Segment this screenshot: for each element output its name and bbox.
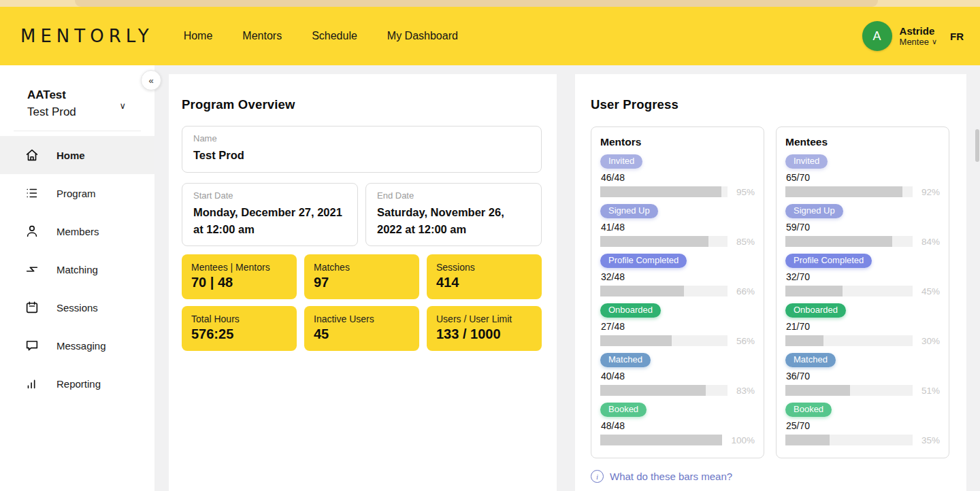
nav-item-mentors[interactable]: Mentors	[242, 30, 282, 42]
sidebar-item-label: Matching	[56, 264, 98, 275]
progress-group-signed-up: Signed Up41/4885%	[600, 204, 755, 247]
sidebar-item-label: Messaging	[56, 340, 106, 352]
stage-count: 41/48	[601, 222, 755, 233]
section-title: User Progress	[591, 97, 949, 112]
stat-label: Mentees | Mentors	[191, 262, 287, 273]
progress-group-invited: Invited65/7092%	[785, 154, 940, 197]
sidebar-item-home[interactable]: Home	[0, 136, 154, 174]
stage-badge: Signed Up	[600, 204, 658, 218]
stage-count: 21/70	[786, 321, 940, 332]
matching-icon	[24, 262, 39, 277]
progress-group-booked: Booked48/48100%	[600, 403, 755, 445]
stat-value: 70 | 48	[191, 275, 287, 290]
progress-fill	[785, 435, 830, 445]
sidebar-menu: HomeProgramMembersMatchingSessionsMessag…	[0, 136, 154, 403]
nav-item-home[interactable]: Home	[184, 30, 213, 42]
stat-label: Inactive Users	[314, 314, 410, 324]
progress-bar-row: 100%	[600, 435, 755, 445]
sidebar-item-members[interactable]: Members	[0, 212, 154, 250]
stat-value: 414	[436, 275, 532, 290]
sidebar-item-reporting[interactable]: Reporting	[0, 365, 154, 403]
sidebar-item-sessions[interactable]: Sessions	[0, 288, 154, 326]
progress-group-matched: Matched40/4883%	[600, 353, 755, 396]
stage-badge: Booked	[600, 403, 647, 417]
progress-bar-row: 51%	[785, 385, 940, 396]
progress-group-invited: Invited46/4895%	[600, 154, 755, 197]
stage-count: 48/48	[601, 420, 755, 431]
scrollbar-thumb[interactable]	[975, 129, 979, 162]
progress-track	[785, 236, 913, 247]
stage-count: 40/48	[601, 371, 755, 382]
avatar[interactable]: A	[862, 21, 892, 51]
stage-badge: Invited	[785, 154, 828, 169]
stat-card-total-hours: Total Hours576:25	[182, 306, 297, 351]
sidebar-item-messaging[interactable]: Messaging	[0, 326, 154, 365]
chevron-down-icon: ∨	[932, 37, 937, 46]
progress-group-onboarded: Onboarded27/4856%	[600, 303, 755, 346]
person-icon	[24, 224, 39, 239]
sidebar-item-matching[interactable]: Matching	[0, 250, 154, 288]
percent-label: 51%	[921, 386, 940, 396]
sidebar-collapse-button[interactable]: «	[141, 70, 161, 90]
name-field: Name Test Prod	[182, 126, 542, 173]
stage-count: 46/48	[601, 172, 755, 183]
role-dropdown[interactable]: Mentee ∨	[900, 37, 937, 47]
percent-label: 56%	[736, 336, 755, 346]
stage-badge: Signed Up	[785, 204, 843, 218]
calendar-icon	[24, 300, 39, 315]
collapse-icon: «	[148, 75, 153, 86]
progress-group-onboarded: Onboarded21/7030%	[785, 303, 940, 346]
nav-item-schedule[interactable]: Schedule	[312, 30, 357, 42]
progress-bar-row: 84%	[785, 236, 940, 247]
language-toggle[interactable]: FR	[950, 31, 964, 42]
stage-count: 65/70	[786, 172, 940, 183]
stat-label: Users / User Limit	[436, 314, 532, 324]
progress-columns: MentorsInvited46/4895%Signed Up41/4885%P…	[591, 126, 949, 458]
progress-bar-row: 66%	[600, 286, 755, 297]
progress-track	[785, 435, 913, 445]
program-overview-panel: Program Overview Name Test Prod Start Da…	[169, 74, 557, 491]
progress-track	[600, 236, 728, 247]
progress-card-mentees: MenteesInvited65/7092%Signed Up59/7084%P…	[776, 126, 949, 458]
sidebar-item-program[interactable]: Program	[0, 174, 154, 212]
progress-fill	[600, 236, 708, 247]
stage-badge: Profile Completed	[785, 254, 872, 268]
stat-value: 45	[314, 326, 410, 342]
stage-count: 25/70	[786, 420, 940, 431]
main-nav: HomeMentorsScheduleMy Dashboard	[184, 30, 458, 42]
app-header: MENTORLY HomeMentorsScheduleMy Dashboard…	[0, 7, 980, 65]
progress-group-signed-up: Signed Up59/7084%	[785, 204, 940, 247]
percent-label: 95%	[736, 187, 755, 197]
progress-fill	[785, 186, 902, 197]
bars-info-link[interactable]: i What do these bars mean?	[591, 470, 949, 483]
percent-label: 84%	[921, 237, 940, 247]
progress-group-booked: Booked25/7035%	[785, 403, 940, 445]
progress-track	[785, 286, 913, 297]
stage-count: 32/70	[786, 271, 940, 282]
program-selector[interactable]: AATest Test Prod ∨	[0, 65, 154, 119]
stat-card-mentees-mentors: Mentees | Mentors70 | 48	[182, 254, 297, 299]
progress-bar-row: 85%	[600, 236, 755, 247]
stat-value: 97	[314, 275, 410, 290]
progress-fill	[600, 335, 672, 346]
field-label: Start Date	[193, 190, 346, 201]
page-title: Program Overview	[182, 97, 542, 112]
progress-bar-row: 92%	[785, 186, 940, 197]
progress-group-profile-completed: Profile Completed32/7045%	[785, 254, 940, 297]
nav-item-my-dashboard[interactable]: My Dashboard	[387, 30, 458, 42]
stage-badge: Matched	[785, 353, 836, 367]
user-menu[interactable]: A Astride Mentee ∨ FR	[862, 21, 964, 51]
field-label: Name	[193, 133, 530, 143]
progress-fill	[600, 435, 722, 445]
percent-label: 83%	[736, 386, 755, 396]
progress-bar-row: 83%	[600, 385, 755, 396]
percent-label: 100%	[731, 435, 755, 445]
progress-track	[785, 385, 913, 396]
field-value: Test Prod	[193, 147, 530, 164]
progress-track	[600, 286, 728, 297]
role-label: Mentee	[900, 37, 929, 47]
app-root: MENTORLY HomeMentorsScheduleMy Dashboard…	[0, 0, 980, 491]
progress-bar-row: 35%	[785, 435, 940, 445]
mentorly-logo[interactable]: MENTORLY	[20, 26, 154, 46]
list-icon	[24, 186, 39, 201]
